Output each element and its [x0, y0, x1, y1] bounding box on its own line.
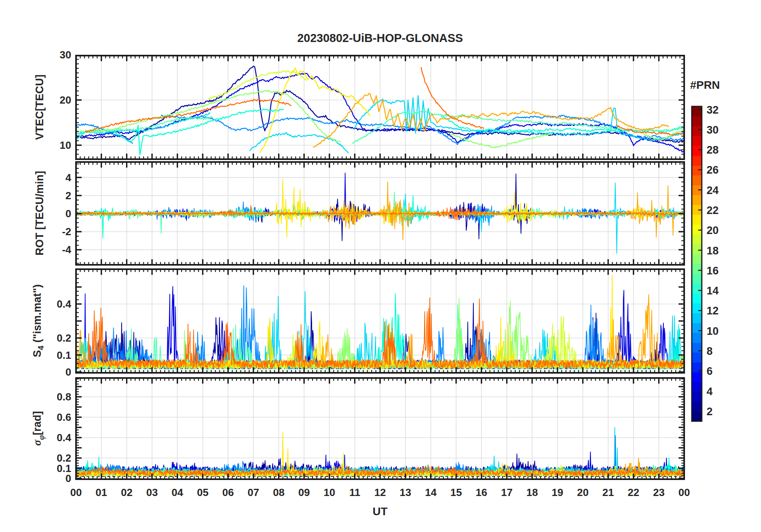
xtick-label: 21 [603, 486, 614, 498]
xtick-label: 09 [298, 486, 310, 498]
xtick-label: 03 [146, 486, 158, 498]
colorbar-band [692, 372, 702, 382]
colorbar-band [692, 146, 702, 156]
colorbar-band [692, 195, 702, 205]
colorbar: 2468101214161820222426283032 [692, 104, 719, 422]
series-prn-23 [313, 94, 669, 147]
panel-vtec [76, 56, 684, 159]
colorbar-tick-label: 4 [707, 386, 713, 398]
ytick-label-s4: 0 [66, 366, 71, 378]
xtick-label: 00 [679, 486, 690, 498]
series-prn-21 [260, 68, 370, 153]
colorbar-tick-label: 10 [707, 325, 719, 337]
s4-axis-label: S4 ("ism.mat") [31, 284, 45, 357]
xtick-label: 13 [400, 486, 411, 498]
ytick-label-rot: 4 [66, 172, 72, 184]
ytick-label-vtec: 10 [60, 139, 71, 151]
sigma-label-rest: [rad] [31, 411, 43, 435]
colorbar-band [692, 136, 702, 146]
ytick-label-rot: 0 [66, 208, 71, 220]
colorbar-tick-label: 20 [707, 224, 719, 236]
colorbar-band [692, 274, 702, 284]
colorbar-tick-label: 28 [707, 144, 719, 156]
ytick-label-sigma_phi: 0.1 [57, 462, 71, 474]
ytick-label-rot: 2 [66, 190, 71, 202]
sigma-axis-label: σφ[rad] [31, 411, 46, 446]
colorbar-band [692, 323, 702, 333]
xtick-label: 06 [222, 486, 234, 498]
ytick-label-rot: -4 [62, 244, 72, 256]
colorbar-band [692, 254, 702, 264]
colorbar-tick-label: 12 [707, 305, 719, 317]
colorbar-band [692, 411, 702, 421]
colorbar-band [692, 116, 702, 126]
colorbar-tick-label: 30 [707, 124, 719, 136]
colorbar-band [692, 106, 702, 116]
xtick-label: 08 [273, 486, 284, 498]
ytick-label-s4: 0.4 [57, 298, 72, 310]
xtick-label: 07 [248, 486, 259, 498]
xtick-label: 23 [653, 486, 665, 498]
colorbar-band [692, 392, 702, 402]
colorbar-band [692, 234, 702, 244]
colorbar-band [692, 244, 702, 254]
colorbar-tick-label: 24 [707, 184, 719, 196]
ytick-label-sigma_phi: 0 [66, 472, 71, 484]
ytick-label-s4: 0.2 [57, 332, 71, 344]
colorbar-tick-label: 32 [707, 104, 719, 116]
xtick-label: 16 [476, 486, 487, 498]
ytick-label-sigma_phi: 0.8 [57, 391, 71, 403]
colorbar-band [692, 382, 702, 392]
xtick-label: 22 [628, 486, 639, 498]
colorbar-tick-label: 22 [707, 204, 719, 216]
xtick-label: 01 [96, 486, 107, 498]
xtick-label: 02 [121, 486, 132, 498]
chart-layers: 102030-4-202400.10.20.400.10.20.40.60.80… [57, 49, 719, 498]
xtick-label: 20 [577, 486, 589, 498]
ytick-label-vtec: 30 [60, 49, 71, 61]
colorbar-tick-label: 26 [707, 164, 719, 176]
xtick-label: 04 [172, 486, 183, 498]
colorbar-band [692, 402, 702, 412]
colorbar-tick-label: 6 [707, 365, 713, 377]
xtick-label: 19 [552, 486, 563, 498]
panel-rot [76, 162, 684, 265]
ytick-label-sigma_phi: 0.6 [57, 411, 71, 423]
xtick-label: 10 [324, 486, 335, 498]
ytick-label-rot: -2 [62, 226, 71, 238]
xaxis-label: UT [372, 505, 387, 518]
xtick-label: 17 [501, 486, 513, 498]
ytick-label-s4: 0.1 [57, 349, 71, 361]
xtick-label: 12 [374, 486, 386, 498]
glonass-scintillation-figure: 102030-4-202400.10.20.400.10.20.40.60.80… [0, 0, 761, 532]
colorbar-band [692, 313, 702, 323]
colorbar-band [692, 303, 702, 313]
ytick-label-vtec: 20 [60, 94, 71, 106]
panel-s4 [76, 269, 684, 373]
chart-title: 20230802-UiB-HOP-GLONASS [297, 32, 463, 44]
colorbar-band [692, 333, 702, 343]
figure-canvas: 102030-4-202400.10.20.400.10.20.40.60.80… [0, 0, 761, 532]
xtick-label: 18 [527, 486, 538, 498]
panel-sigma_phi [76, 378, 684, 479]
series-prn-17 [76, 90, 341, 142]
grid-sigma_phi [76, 378, 684, 479]
xtick-label: 00 [70, 486, 82, 498]
colorbar-band [692, 264, 702, 274]
sigma-label-sub: φ [37, 435, 46, 440]
xtick-label: 05 [197, 486, 208, 498]
series-prn-12 [250, 132, 348, 153]
rot-axis-label: ROT [TECU/min] [34, 171, 46, 255]
xtick-label: 11 [349, 486, 360, 498]
colorbar-band [692, 156, 702, 166]
colorbar-tick-label: 2 [707, 406, 713, 418]
colorbar-tick-label: 14 [707, 285, 719, 297]
xtick-label: 14 [425, 486, 437, 498]
s4-label-main: S [31, 350, 43, 357]
colorbar-band [692, 126, 702, 136]
xtick-label: 15 [451, 486, 462, 498]
colorbar-band [692, 175, 702, 185]
series-prn-9 [161, 115, 684, 144]
s4-label-rest: ("ism.mat") [31, 284, 43, 346]
colorbar-band [692, 166, 702, 176]
